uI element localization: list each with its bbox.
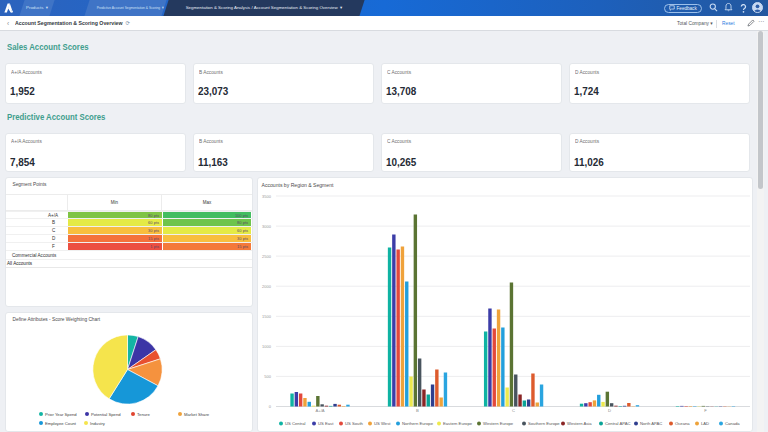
- svg-text:Canada: Canada: [725, 421, 740, 426]
- svg-text:D: D: [608, 408, 611, 413]
- svg-text:1000: 1000: [262, 344, 272, 349]
- svg-text:Southern Europe: Southern Europe: [528, 421, 560, 426]
- svg-text:US South: US South: [345, 421, 364, 426]
- svg-text:3000: 3000: [262, 224, 272, 229]
- svg-text:A+/A: A+/A: [315, 408, 324, 413]
- svg-text:North APAC: North APAC: [640, 421, 662, 426]
- svg-text:Northern Europe: Northern Europe: [402, 421, 434, 426]
- svg-text:1500: 1500: [262, 314, 272, 319]
- svg-text:US West: US West: [374, 421, 391, 426]
- svg-text:0: 0: [269, 404, 272, 409]
- svg-text:Western Europe: Western Europe: [483, 421, 514, 426]
- svg-text:2500: 2500: [262, 254, 272, 259]
- svg-text:US East: US East: [318, 421, 334, 426]
- svg-text:B: B: [416, 408, 419, 413]
- svg-text:3500: 3500: [262, 194, 272, 199]
- svg-text:LAD: LAD: [701, 421, 709, 426]
- svg-text:Eastern Europe: Eastern Europe: [443, 421, 473, 426]
- svg-text:F: F: [704, 408, 707, 413]
- svg-text:Western Asia: Western Asia: [567, 421, 592, 426]
- svg-text:2000: 2000: [262, 284, 272, 289]
- svg-text:Oceana: Oceana: [675, 421, 690, 426]
- svg-text:US Central: US Central: [285, 421, 306, 426]
- svg-text:Central APAC: Central APAC: [605, 421, 631, 426]
- svg-text:C: C: [512, 408, 515, 413]
- svg-text:500: 500: [264, 374, 271, 379]
